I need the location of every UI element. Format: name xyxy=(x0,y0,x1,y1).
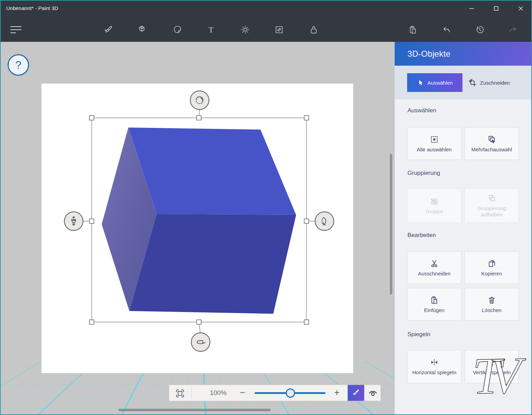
resize-handle-nw[interactable] xyxy=(90,116,94,120)
select-all-label: Alle auswählen xyxy=(415,147,454,153)
workspace: ? 100% − + xyxy=(0,42,395,415)
resize-handle-sw[interactable] xyxy=(90,320,94,324)
rotate-y-handle[interactable] xyxy=(315,212,334,230)
select-all-icon xyxy=(430,135,439,144)
resize-handle-n[interactable] xyxy=(197,116,201,120)
zoombar-divider xyxy=(191,387,192,399)
zoom-slider-handle[interactable] xyxy=(286,388,295,398)
tab-select-label: Auswählen xyxy=(428,80,453,86)
resize-handle-e[interactable] xyxy=(304,219,309,224)
minimize-button[interactable] xyxy=(464,0,479,17)
draw-3d-view-button[interactable] xyxy=(348,385,364,401)
multi-select-label: Mehrfachauswahl xyxy=(469,147,514,153)
eye-icon xyxy=(368,388,378,398)
show-perspective-button[interactable] xyxy=(365,385,381,401)
group-icon xyxy=(430,197,439,206)
copy-button[interactable]: Kopieren xyxy=(465,251,519,284)
help-label: ? xyxy=(15,59,21,72)
ungroup-label: Gruppierung aufheben xyxy=(465,205,519,218)
svg-text:T: T xyxy=(209,25,214,34)
redo-icon[interactable] xyxy=(506,23,520,37)
delete-label: Löschen xyxy=(480,307,504,313)
cube-front-face[interactable] xyxy=(129,214,296,314)
flip-vertical-icon xyxy=(487,358,496,367)
paste-icon xyxy=(430,295,439,305)
close-icon xyxy=(519,6,523,11)
help-button[interactable]: ? xyxy=(8,54,29,76)
zoom-out-button[interactable]: − xyxy=(236,385,249,401)
cut-button[interactable]: Ausschneiden xyxy=(407,251,461,284)
flip-vertical-label: Vertikal spiegeln xyxy=(471,369,513,376)
rotate-x-handle[interactable] xyxy=(64,212,83,230)
tab-select[interactable]: Auswählen xyxy=(407,73,462,92)
flip-horizontal-icon xyxy=(430,358,439,367)
tab-crop[interactable]: Zuschneiden xyxy=(468,73,510,92)
panel-tab-row: Auswählen Zuschneiden xyxy=(395,66,532,100)
maximize-button[interactable] xyxy=(488,0,504,17)
zoom-level: 100% xyxy=(201,385,236,401)
resize-handle-se[interactable] xyxy=(304,320,309,324)
section-label-edit: Bearbeiten xyxy=(407,232,436,239)
ungroup-button: Gruppierung aufheben xyxy=(465,188,519,223)
draw-3d-view-icon xyxy=(351,388,360,397)
brush-tool-icon[interactable] xyxy=(101,23,115,37)
panel-header: 3D-Objekte xyxy=(395,42,532,66)
ungroup-icon xyxy=(487,194,496,203)
library-3d-tool-icon[interactable] xyxy=(307,23,321,37)
undo-icon[interactable] xyxy=(439,23,453,37)
vertical-scrollbar[interactable] xyxy=(390,154,392,294)
crop-icon xyxy=(468,78,477,87)
tab-crop-label: Zuschneiden xyxy=(480,80,510,86)
zoom-in-button[interactable]: + xyxy=(330,385,344,401)
fit-to-window-button[interactable] xyxy=(174,387,186,399)
trash-icon xyxy=(487,295,496,305)
fit-to-window-icon xyxy=(175,389,185,398)
cut-icon xyxy=(430,259,439,268)
effects-tool-icon[interactable] xyxy=(238,23,252,37)
scene-overlay xyxy=(0,42,395,415)
section-label-flip: Spiegeln xyxy=(407,331,430,338)
multi-select-button[interactable]: Mehrfachauswahl xyxy=(465,127,519,160)
paste-label: Einfügen xyxy=(422,307,447,313)
resize-handle-ne[interactable] xyxy=(304,116,309,120)
zoom-toolbar: 100% − + xyxy=(169,385,381,401)
history-icon[interactable] xyxy=(473,23,487,37)
section-label-select: Auswählen xyxy=(407,107,436,114)
window-title: Unbenannt* - Paint 3D xyxy=(6,0,58,17)
text-tool-icon[interactable]: T xyxy=(204,23,218,37)
panel-sections: Auswählen Alle auswählen Mehrfachauswahl… xyxy=(395,100,532,415)
cut-label: Ausschneiden xyxy=(416,271,452,277)
cube-3d[interactable] xyxy=(102,128,296,314)
minimize-icon xyxy=(469,6,474,11)
paste-toolbar-icon[interactable] xyxy=(406,23,420,37)
resize-handle-w[interactable] xyxy=(90,219,94,224)
side-panel-3d-objects: 3D-Objekte Auswählen Zuschneiden Auswähl… xyxy=(395,42,532,415)
section-label-grouping: Gruppierung xyxy=(407,170,440,177)
canvas-tool-icon[interactable] xyxy=(272,23,286,37)
paste-button[interactable]: Einfügen xyxy=(407,288,461,321)
select-all-button[interactable]: Alle auswählen xyxy=(407,127,461,160)
shapes-3d-tool-icon[interactable] xyxy=(135,23,149,37)
group-button: Gruppe xyxy=(407,188,461,223)
panel-title: 3D-Objekte xyxy=(407,42,450,66)
copy-label: Kopieren xyxy=(479,271,504,277)
maximize-icon xyxy=(494,6,498,11)
header-bar: Unbenannt* - Paint 3D T xyxy=(0,0,532,42)
group-label: Gruppe xyxy=(423,208,445,215)
close-button[interactable] xyxy=(513,0,529,17)
stickers-tool-icon[interactable] xyxy=(171,23,184,37)
copy-icon xyxy=(487,259,496,268)
rotate-depth-handle[interactable] xyxy=(191,333,210,351)
delete-button[interactable]: Löschen xyxy=(465,288,519,321)
paint3d-window: Unbenannt* - Paint 3D T xyxy=(0,0,532,415)
flip-horizontal-button[interactable]: Horizontal spiegeln xyxy=(407,350,461,383)
multi-select-icon xyxy=(487,135,496,144)
rotate-z-handle[interactable] xyxy=(190,91,209,110)
flip-horizontal-label: Horizontal spiegeln xyxy=(410,369,459,376)
cursor-icon xyxy=(417,79,424,86)
menu-icon[interactable] xyxy=(10,23,24,36)
resize-handle-s[interactable] xyxy=(197,320,201,324)
cube-top-face[interactable] xyxy=(128,128,296,215)
horizontal-scrollbar[interactable] xyxy=(119,409,270,411)
flip-vertical-button[interactable]: Vertikal spiegeln xyxy=(465,350,519,383)
